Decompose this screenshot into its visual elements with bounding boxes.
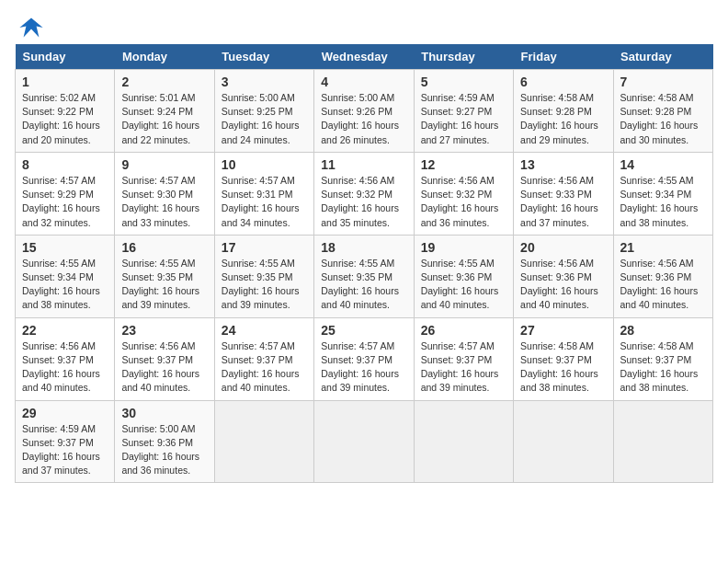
day-number: 16 <box>121 240 207 255</box>
day-info: Sunrise: 4:56 AM Sunset: 9:36 PM Dayligh… <box>620 257 706 313</box>
day-cell: 29Sunrise: 4:59 AM Sunset: 9:37 PM Dayli… <box>16 400 115 483</box>
day-info: Sunrise: 4:58 AM Sunset: 9:28 PM Dayligh… <box>520 91 606 147</box>
day-info: Sunrise: 4:55 AM Sunset: 9:34 PM Dayligh… <box>620 174 706 230</box>
day-cell: 1Sunrise: 5:02 AM Sunset: 9:22 PM Daylig… <box>16 70 115 153</box>
day-cell: 17Sunrise: 4:55 AM Sunset: 9:35 PM Dayli… <box>214 235 313 317</box>
day-info: Sunrise: 4:57 AM Sunset: 9:30 PM Dayligh… <box>121 174 207 230</box>
day-info: Sunrise: 5:00 AM Sunset: 9:25 PM Dayligh… <box>222 91 307 147</box>
day-info: Sunrise: 4:57 AM Sunset: 9:37 PM Dayligh… <box>321 339 406 396</box>
day-info: Sunrise: 4:55 AM Sunset: 9:35 PM Dayligh… <box>222 257 307 313</box>
day-number: 2 <box>121 75 207 89</box>
day-number: 25 <box>321 323 406 338</box>
day-number: 22 <box>22 323 108 338</box>
calendar-body: 1Sunrise: 5:02 AM Sunset: 9:22 PM Daylig… <box>16 70 713 483</box>
day-cell: 16Sunrise: 4:55 AM Sunset: 9:35 PM Dayli… <box>115 235 214 317</box>
day-cell <box>514 400 613 483</box>
day-number: 4 <box>321 75 406 89</box>
day-info: Sunrise: 4:58 AM Sunset: 9:28 PM Dayligh… <box>620 91 706 147</box>
day-info: Sunrise: 4:56 AM Sunset: 9:37 PM Dayligh… <box>22 339 108 396</box>
day-cell: 9Sunrise: 4:57 AM Sunset: 9:30 PM Daylig… <box>115 152 214 235</box>
day-info: Sunrise: 4:58 AM Sunset: 9:37 PM Dayligh… <box>620 339 706 396</box>
day-info: Sunrise: 4:59 AM Sunset: 9:37 PM Dayligh… <box>22 422 108 478</box>
day-cell <box>414 400 513 483</box>
day-cell: 30Sunrise: 5:00 AM Sunset: 9:36 PM Dayli… <box>115 400 214 483</box>
week-row-1: 1Sunrise: 5:02 AM Sunset: 9:22 PM Daylig… <box>16 70 713 153</box>
day-info: Sunrise: 5:02 AM Sunset: 9:22 PM Dayligh… <box>22 91 108 147</box>
day-cell: 23Sunrise: 4:56 AM Sunset: 9:37 PM Dayli… <box>115 317 214 400</box>
logo <box>15 15 44 35</box>
day-number: 3 <box>222 75 307 89</box>
day-number: 7 <box>620 75 706 89</box>
day-cell: 10Sunrise: 4:57 AM Sunset: 9:31 PM Dayli… <box>214 152 313 235</box>
day-info: Sunrise: 4:57 AM Sunset: 9:31 PM Dayligh… <box>222 174 307 230</box>
day-number: 10 <box>222 157 307 172</box>
day-info: Sunrise: 4:57 AM Sunset: 9:37 PM Dayligh… <box>421 339 506 396</box>
day-info: Sunrise: 4:55 AM Sunset: 9:36 PM Dayligh… <box>421 257 506 313</box>
day-cell: 5Sunrise: 4:59 AM Sunset: 9:27 PM Daylig… <box>414 70 513 153</box>
day-number: 14 <box>620 157 706 172</box>
day-info: Sunrise: 5:01 AM Sunset: 9:24 PM Dayligh… <box>121 91 207 147</box>
day-info: Sunrise: 4:58 AM Sunset: 9:37 PM Dayligh… <box>520 339 606 396</box>
day-number: 11 <box>321 157 406 172</box>
column-header-thursday: Thursday <box>414 44 513 70</box>
day-number: 23 <box>121 323 207 338</box>
day-cell: 13Sunrise: 4:56 AM Sunset: 9:33 PM Dayli… <box>514 152 613 235</box>
day-number: 1 <box>22 75 108 89</box>
day-cell: 3Sunrise: 5:00 AM Sunset: 9:25 PM Daylig… <box>214 70 313 153</box>
week-row-2: 8Sunrise: 4:57 AM Sunset: 9:29 PM Daylig… <box>16 152 713 235</box>
header-row: SundayMondayTuesdayWednesdayThursdayFrid… <box>16 44 713 70</box>
week-row-4: 22Sunrise: 4:56 AM Sunset: 9:37 PM Dayli… <box>16 317 713 400</box>
logo-bird-icon <box>18 15 44 40</box>
day-info: Sunrise: 4:56 AM Sunset: 9:32 PM Dayligh… <box>421 174 506 230</box>
day-cell: 18Sunrise: 4:55 AM Sunset: 9:35 PM Dayli… <box>314 235 414 317</box>
day-number: 28 <box>620 323 706 338</box>
column-header-wednesday: Wednesday <box>314 44 414 70</box>
day-info: Sunrise: 4:57 AM Sunset: 9:29 PM Dayligh… <box>22 174 108 230</box>
day-cell: 20Sunrise: 4:56 AM Sunset: 9:36 PM Dayli… <box>514 235 613 317</box>
column-header-monday: Monday <box>115 44 214 70</box>
day-number: 6 <box>520 75 606 89</box>
day-cell: 8Sunrise: 4:57 AM Sunset: 9:29 PM Daylig… <box>16 152 115 235</box>
day-cell: 27Sunrise: 4:58 AM Sunset: 9:37 PM Dayli… <box>514 317 613 400</box>
day-info: Sunrise: 4:57 AM Sunset: 9:37 PM Dayligh… <box>222 339 307 396</box>
day-cell: 24Sunrise: 4:57 AM Sunset: 9:37 PM Dayli… <box>214 317 313 400</box>
day-cell: 6Sunrise: 4:58 AM Sunset: 9:28 PM Daylig… <box>514 70 613 153</box>
column-header-sunday: Sunday <box>16 44 115 70</box>
day-number: 13 <box>520 157 606 172</box>
day-number: 5 <box>421 75 506 89</box>
day-info: Sunrise: 4:56 AM Sunset: 9:36 PM Dayligh… <box>520 257 606 313</box>
day-info: Sunrise: 4:55 AM Sunset: 9:35 PM Dayligh… <box>321 257 406 313</box>
day-cell: 12Sunrise: 4:56 AM Sunset: 9:32 PM Dayli… <box>414 152 513 235</box>
day-number: 9 <box>121 157 207 172</box>
day-number: 17 <box>222 240 307 255</box>
day-number: 12 <box>421 157 506 172</box>
day-cell <box>314 400 414 483</box>
day-info: Sunrise: 5:00 AM Sunset: 9:36 PM Dayligh… <box>121 422 207 478</box>
day-cell: 22Sunrise: 4:56 AM Sunset: 9:37 PM Dayli… <box>16 317 115 400</box>
day-cell: 26Sunrise: 4:57 AM Sunset: 9:37 PM Dayli… <box>414 317 513 400</box>
day-number: 19 <box>421 240 506 255</box>
day-number: 26 <box>421 323 506 338</box>
day-info: Sunrise: 5:00 AM Sunset: 9:26 PM Dayligh… <box>321 91 406 147</box>
week-row-3: 15Sunrise: 4:55 AM Sunset: 9:34 PM Dayli… <box>16 235 713 317</box>
column-header-tuesday: Tuesday <box>214 44 313 70</box>
day-number: 21 <box>620 240 706 255</box>
day-cell: 4Sunrise: 5:00 AM Sunset: 9:26 PM Daylig… <box>314 70 414 153</box>
day-number: 18 <box>321 240 406 255</box>
day-cell: 15Sunrise: 4:55 AM Sunset: 9:34 PM Dayli… <box>16 235 115 317</box>
day-cell: 21Sunrise: 4:56 AM Sunset: 9:36 PM Dayli… <box>613 235 712 317</box>
day-info: Sunrise: 4:56 AM Sunset: 9:33 PM Dayligh… <box>520 174 606 230</box>
day-cell: 25Sunrise: 4:57 AM Sunset: 9:37 PM Dayli… <box>314 317 414 400</box>
day-cell: 14Sunrise: 4:55 AM Sunset: 9:34 PM Dayli… <box>613 152 712 235</box>
day-number: 30 <box>121 406 207 420</box>
column-header-saturday: Saturday <box>613 44 712 70</box>
day-number: 15 <box>22 240 108 255</box>
day-info: Sunrise: 4:56 AM Sunset: 9:32 PM Dayligh… <box>321 174 406 230</box>
day-cell: 28Sunrise: 4:58 AM Sunset: 9:37 PM Dayli… <box>613 317 712 400</box>
day-info: Sunrise: 4:55 AM Sunset: 9:35 PM Dayligh… <box>121 257 207 313</box>
day-cell: 2Sunrise: 5:01 AM Sunset: 9:24 PM Daylig… <box>115 70 214 153</box>
day-cell: 11Sunrise: 4:56 AM Sunset: 9:32 PM Dayli… <box>314 152 414 235</box>
day-cell <box>613 400 712 483</box>
day-info: Sunrise: 4:59 AM Sunset: 9:27 PM Dayligh… <box>421 91 506 147</box>
day-cell: 7Sunrise: 4:58 AM Sunset: 9:28 PM Daylig… <box>613 70 712 153</box>
